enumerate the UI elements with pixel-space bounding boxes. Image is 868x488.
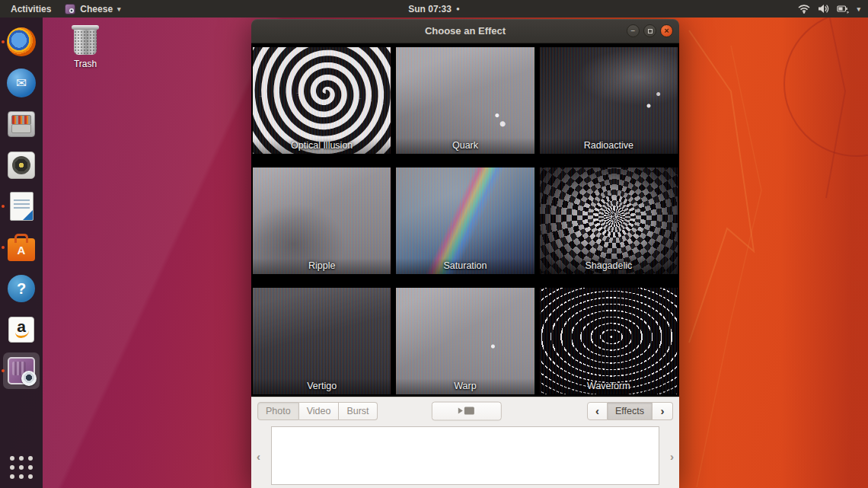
effect-ripple[interactable]: Ripple (253, 167, 391, 274)
app-menu[interactable]: Cheese ▾ (65, 4, 120, 14)
dock-item-cheese[interactable] (0, 350, 43, 391)
dock-item-libreoffice-writer[interactable] (0, 186, 43, 227)
dock-item-firefox[interactable] (0, 21, 43, 62)
burst-mode-button[interactable]: Burst (339, 402, 377, 420)
close-button[interactable]: × (660, 24, 673, 37)
running-indicator (2, 246, 5, 249)
video-mode-button[interactable]: Video (299, 402, 340, 420)
wifi-icon (798, 4, 810, 14)
effect-warp[interactable]: Warp (396, 288, 534, 394)
app-menu-label: Cheese (80, 4, 113, 14)
effects-prev-button[interactable]: ‹ (587, 402, 608, 420)
camera-icon (464, 407, 474, 415)
dock-item-help[interactable]: ? (0, 268, 43, 309)
trash-icon (74, 27, 97, 55)
clock-label: Sun 07:33 (408, 4, 452, 14)
effect-quark[interactable]: Quark (396, 47, 534, 154)
effect-label: Shagadelic (540, 258, 678, 274)
battery-icon (837, 4, 849, 14)
running-indicator (2, 205, 5, 208)
effect-label: Warp (396, 378, 534, 394)
effects-grid: Optical Illusion Quark Radioactive Rippl… (251, 43, 679, 397)
libreoffice-writer-icon (10, 192, 34, 221)
thumbnails-prev-button[interactable]: ‹ (257, 450, 260, 463)
maximize-icon (648, 29, 653, 33)
effect-vertigo[interactable]: Vertigo (253, 288, 391, 394)
running-indicator (2, 369, 5, 372)
effect-label: Saturation (396, 258, 534, 274)
effect-radioactive[interactable]: Radioactive (540, 47, 678, 154)
activities-button[interactable]: Activities (11, 4, 51, 14)
effect-saturation[interactable]: Saturation (396, 167, 534, 274)
dock: ✉ A ? a (0, 18, 43, 488)
window-title: Choose an Effect (425, 25, 506, 37)
cheese-icon (8, 357, 35, 384)
volume-icon (818, 4, 829, 14)
maximize-button[interactable] (643, 24, 656, 37)
effect-waveform[interactable]: Waveform (540, 288, 678, 394)
rhythmbox-icon (8, 152, 35, 179)
photo-mode-button[interactable]: Photo (257, 402, 299, 420)
effect-label: Quark (396, 138, 534, 154)
dock-item-amazon[interactable]: a (0, 309, 43, 350)
help-icon: ? (8, 275, 35, 302)
thumbnails-next-button[interactable]: › (670, 450, 674, 463)
dock-item-ubuntu-software[interactable]: A (0, 227, 43, 268)
notification-dot-icon: ● (456, 5, 460, 12)
chevron-down-icon: ▾ (857, 5, 860, 13)
top-bar: Activities Cheese ▾ Sun 07:33 ● (0, 0, 868, 18)
effect-label: Ripple (253, 258, 391, 274)
cheese-toolbar: Photo Video Burst ‹ Effects › (251, 397, 679, 424)
mode-switcher: Photo Video Burst (257, 402, 378, 420)
system-status-area[interactable]: ▾ (798, 4, 868, 14)
dock-item-rhythmbox[interactable] (0, 145, 43, 186)
clock-menu[interactable]: Sun 07:33 ● (408, 4, 460, 14)
cheese-app-icon (65, 4, 75, 14)
effects-toggle-button[interactable]: Effects (608, 402, 653, 420)
thumbnail-strip[interactable] (271, 426, 659, 485)
files-icon (8, 111, 35, 137)
effect-label: Waveform (540, 378, 678, 394)
effect-label: Vertigo (253, 378, 391, 394)
take-photo-button[interactable] (432, 401, 502, 420)
amazon-icon: a (8, 317, 34, 343)
thunderbird-icon: ✉ (7, 69, 36, 97)
trash-desktop-icon[interactable]: Trash (65, 27, 105, 69)
effects-next-button[interactable]: › (653, 402, 673, 420)
effect-optical-illusion[interactable]: Optical Illusion (253, 47, 391, 154)
running-indicator (2, 40, 5, 43)
cheese-window: Choose an Effect − × Optical Illusion Qu… (251, 19, 679, 488)
dock-item-thunderbird[interactable]: ✉ (0, 62, 43, 104)
thumbnail-area: ‹ › (251, 424, 679, 488)
chevron-down-icon: ▾ (117, 5, 121, 13)
effect-label: Radioactive (540, 138, 678, 154)
ubuntu-desktop: Activities Cheese ▾ Sun 07:33 ● (0, 0, 868, 488)
trash-label: Trash (65, 59, 105, 69)
titlebar[interactable]: Choose an Effect − × (251, 19, 679, 43)
ubuntu-software-icon: A (8, 238, 35, 261)
effect-shagadelic[interactable]: Shagadelic (540, 167, 678, 274)
effect-label: Optical Illusion (253, 138, 391, 154)
show-applications-button[interactable] (10, 456, 33, 479)
firefox-icon (7, 27, 36, 56)
dock-item-files[interactable] (0, 104, 43, 145)
effects-pager: ‹ Effects › (587, 402, 673, 420)
minimize-button[interactable]: − (627, 24, 640, 37)
